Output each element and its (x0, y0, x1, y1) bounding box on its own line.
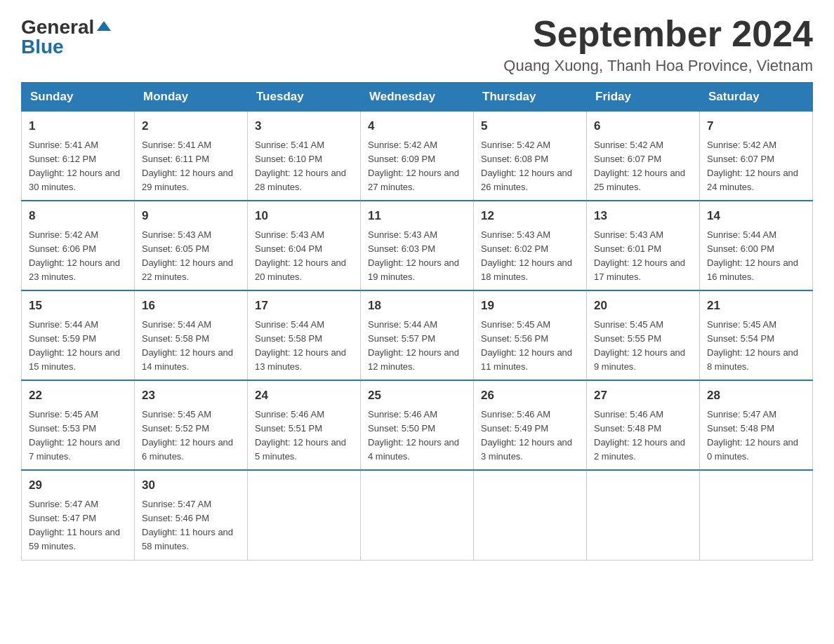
calendar-day-cell: 13Sunrise: 5:43 AMSunset: 6:01 PMDayligh… (587, 201, 700, 290)
day-number: 18 (368, 297, 466, 315)
day-number: 1 (29, 117, 127, 135)
weekday-header-monday: Monday (135, 83, 248, 112)
calendar-day-cell: 10Sunrise: 5:43 AMSunset: 6:04 PMDayligh… (248, 201, 361, 290)
day-number: 8 (29, 207, 127, 225)
day-number: 30 (142, 476, 240, 495)
day-number: 23 (142, 387, 240, 405)
weekday-header-sunday: Sunday (22, 83, 135, 112)
day-number: 24 (255, 387, 353, 405)
day-number: 20 (594, 297, 692, 315)
weekday-header-thursday: Thursday (474, 83, 587, 112)
calendar-week-row: 15Sunrise: 5:44 AMSunset: 5:59 PMDayligh… (22, 290, 813, 380)
day-number: 10 (255, 207, 353, 225)
calendar-week-row: 22Sunrise: 5:45 AMSunset: 5:53 PMDayligh… (22, 380, 813, 470)
day-number: 11 (368, 207, 466, 225)
location-title: Quang Xuong, Thanh Hoa Province, Vietnam (503, 57, 813, 75)
weekday-header-tuesday: Tuesday (248, 83, 361, 112)
day-info: Sunrise: 5:44 AMSunset: 5:58 PMDaylight:… (255, 318, 353, 375)
day-info: Sunrise: 5:45 AMSunset: 5:53 PMDaylight:… (29, 408, 127, 464)
day-number: 7 (707, 117, 805, 135)
calendar-day-cell: 1Sunrise: 5:41 AMSunset: 6:12 PMDaylight… (22, 112, 135, 201)
day-number: 14 (707, 207, 805, 225)
day-info: Sunrise: 5:41 AMSunset: 6:11 PMDaylight:… (142, 138, 240, 195)
calendar-day-cell (248, 470, 361, 560)
day-info: Sunrise: 5:42 AMSunset: 6:09 PMDaylight:… (368, 138, 466, 195)
calendar-day-cell: 23Sunrise: 5:45 AMSunset: 5:52 PMDayligh… (135, 380, 248, 470)
day-number: 17 (255, 297, 353, 315)
calendar-day-cell: 26Sunrise: 5:46 AMSunset: 5:49 PMDayligh… (474, 380, 587, 470)
day-number: 27 (594, 387, 692, 405)
calendar-day-cell: 12Sunrise: 5:43 AMSunset: 6:02 PMDayligh… (474, 201, 587, 290)
calendar-day-cell: 28Sunrise: 5:47 AMSunset: 5:48 PMDayligh… (700, 380, 813, 470)
day-info: Sunrise: 5:42 AMSunset: 6:08 PMDaylight:… (481, 138, 579, 195)
day-info: Sunrise: 5:42 AMSunset: 6:07 PMDaylight:… (707, 138, 805, 195)
day-number: 9 (142, 207, 240, 225)
day-number: 3 (255, 117, 353, 135)
weekday-header-friday: Friday (587, 83, 700, 112)
calendar-day-cell: 9Sunrise: 5:43 AMSunset: 6:05 PMDaylight… (135, 201, 248, 290)
title-area: September 2024 Quang Xuong, Thanh Hoa Pr… (503, 14, 813, 75)
day-info: Sunrise: 5:45 AMSunset: 5:55 PMDaylight:… (594, 318, 692, 375)
day-number: 13 (594, 207, 692, 225)
day-info: Sunrise: 5:44 AMSunset: 5:59 PMDaylight:… (29, 318, 127, 375)
calendar-day-cell (587, 470, 700, 560)
calendar-day-cell: 15Sunrise: 5:44 AMSunset: 5:59 PMDayligh… (22, 290, 135, 380)
calendar-day-cell: 21Sunrise: 5:45 AMSunset: 5:54 PMDayligh… (700, 290, 813, 380)
logo-general-text: General (21, 18, 94, 37)
day-info: Sunrise: 5:42 AMSunset: 6:06 PMDaylight:… (29, 228, 127, 285)
day-info: Sunrise: 5:43 AMSunset: 6:01 PMDaylight:… (594, 228, 692, 285)
day-number: 4 (368, 117, 466, 135)
calendar-day-cell: 6Sunrise: 5:42 AMSunset: 6:07 PMDaylight… (587, 112, 700, 201)
calendar-week-row: 8Sunrise: 5:42 AMSunset: 6:06 PMDaylight… (22, 201, 813, 290)
day-number: 15 (29, 297, 127, 315)
day-number: 25 (368, 387, 466, 405)
day-info: Sunrise: 5:43 AMSunset: 6:03 PMDaylight:… (368, 228, 466, 285)
calendar-day-cell: 17Sunrise: 5:44 AMSunset: 5:58 PMDayligh… (248, 290, 361, 380)
logo-triangle-icon (97, 21, 111, 31)
day-number: 6 (594, 117, 692, 135)
day-info: Sunrise: 5:47 AMSunset: 5:47 PMDaylight:… (29, 497, 127, 554)
calendar-week-row: 29Sunrise: 5:47 AMSunset: 5:47 PMDayligh… (22, 470, 813, 560)
day-number: 19 (481, 297, 579, 315)
calendar-day-cell: 7Sunrise: 5:42 AMSunset: 6:07 PMDaylight… (700, 112, 813, 201)
calendar-day-cell: 20Sunrise: 5:45 AMSunset: 5:55 PMDayligh… (587, 290, 700, 380)
day-number: 21 (707, 297, 805, 315)
calendar-day-cell: 14Sunrise: 5:44 AMSunset: 6:00 PMDayligh… (700, 201, 813, 290)
calendar-day-cell: 25Sunrise: 5:46 AMSunset: 5:50 PMDayligh… (361, 380, 474, 470)
calendar-day-cell: 3Sunrise: 5:41 AMSunset: 6:10 PMDaylight… (248, 112, 361, 201)
month-title: September 2024 (503, 14, 813, 54)
calendar-day-cell: 16Sunrise: 5:44 AMSunset: 5:58 PMDayligh… (135, 290, 248, 380)
day-info: Sunrise: 5:43 AMSunset: 6:04 PMDaylight:… (255, 228, 353, 285)
day-info: Sunrise: 5:46 AMSunset: 5:49 PMDaylight:… (481, 408, 579, 464)
day-number: 16 (142, 297, 240, 315)
day-number: 22 (29, 387, 127, 405)
calendar-day-cell (361, 470, 474, 560)
day-info: Sunrise: 5:44 AMSunset: 6:00 PMDaylight:… (707, 228, 805, 285)
calendar-table: SundayMondayTuesdayWednesdayThursdayFrid… (21, 82, 813, 560)
weekday-header-wednesday: Wednesday (361, 83, 474, 112)
day-number: 28 (707, 387, 805, 405)
day-number: 26 (481, 387, 579, 405)
day-number: 5 (481, 117, 579, 135)
calendar-day-cell: 18Sunrise: 5:44 AMSunset: 5:57 PMDayligh… (361, 290, 474, 380)
day-info: Sunrise: 5:42 AMSunset: 6:07 PMDaylight:… (594, 138, 692, 195)
day-number: 2 (142, 117, 240, 135)
day-info: Sunrise: 5:47 AMSunset: 5:48 PMDaylight:… (707, 408, 805, 464)
day-info: Sunrise: 5:46 AMSunset: 5:48 PMDaylight:… (594, 408, 692, 464)
day-info: Sunrise: 5:45 AMSunset: 5:54 PMDaylight:… (707, 318, 805, 375)
calendar-day-cell: 4Sunrise: 5:42 AMSunset: 6:09 PMDaylight… (361, 112, 474, 201)
day-info: Sunrise: 5:45 AMSunset: 5:56 PMDaylight:… (481, 318, 579, 375)
logo: General Blue (21, 14, 111, 57)
calendar-day-cell (700, 470, 813, 560)
calendar-header-row: SundayMondayTuesdayWednesdayThursdayFrid… (22, 83, 813, 112)
day-info: Sunrise: 5:41 AMSunset: 6:10 PMDaylight:… (255, 138, 353, 195)
calendar-day-cell: 5Sunrise: 5:42 AMSunset: 6:08 PMDaylight… (474, 112, 587, 201)
calendar-day-cell: 27Sunrise: 5:46 AMSunset: 5:48 PMDayligh… (587, 380, 700, 470)
weekday-header-saturday: Saturday (700, 83, 813, 112)
calendar-day-cell: 30Sunrise: 5:47 AMSunset: 5:46 PMDayligh… (135, 470, 248, 560)
day-number: 29 (29, 476, 127, 495)
day-info: Sunrise: 5:45 AMSunset: 5:52 PMDaylight:… (142, 408, 240, 464)
page-header: General Blue September 2024 Quang Xuong,… (21, 14, 813, 75)
calendar-day-cell: 22Sunrise: 5:45 AMSunset: 5:53 PMDayligh… (22, 380, 135, 470)
day-info: Sunrise: 5:46 AMSunset: 5:51 PMDaylight:… (255, 408, 353, 464)
